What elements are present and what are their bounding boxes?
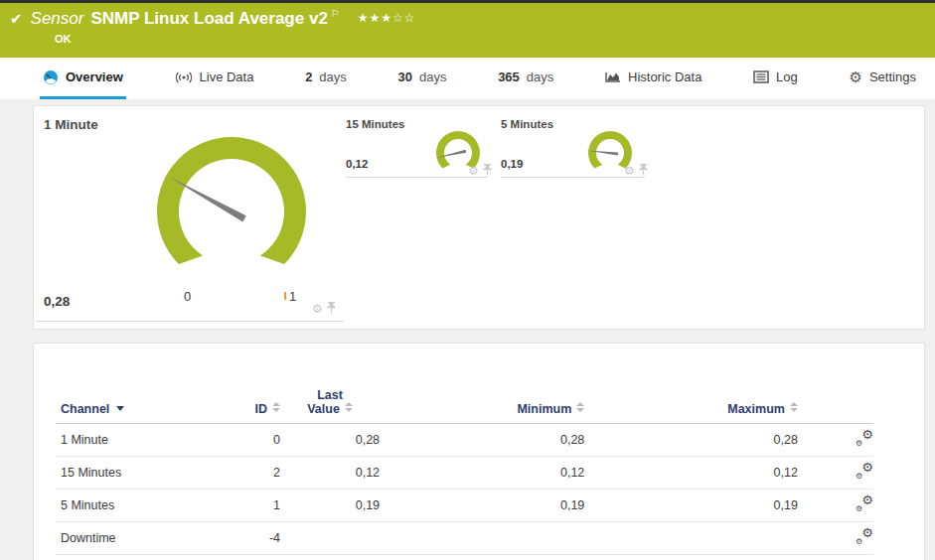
table-row: 1 Minute 0 0,28 0,28 0,28 ⚙⚙ [56,423,873,456]
gauge-gear-icon[interactable]: ⚙ [468,165,479,177]
channel-id: 2 [247,456,280,489]
gauge-scale-max: 1 [289,289,296,304]
channel-maximum [584,521,798,554]
channel-minimum [380,521,584,554]
stars-empty: ☆☆ [392,11,416,25]
sensor-status-header: ✔ Sensor SNMP Linux Load Average v2 ⚐ ★★… [0,3,935,58]
channel-settings-cell: ⚙⚙ [798,521,873,554]
channels-table: Channel ID LastValue Minimum Maximum 1 M… [56,373,873,555]
column-header-minimum[interactable]: Minimum [380,373,584,423]
stars-filled: ★★★ [358,11,392,25]
sensor-tab-bar: Overview Live Data 2 days 30 days 365 da… [0,58,935,99]
channel-name: 5 Minutes [56,489,247,521]
sort-icon [576,402,584,412]
tab-365-days[interactable]: 365 days [495,58,556,99]
sort-caret-icon [116,406,124,411]
pin-icon[interactable] [327,300,336,318]
flag-icon[interactable]: ⚐ [331,8,340,19]
tab-2-days[interactable]: 2 days [302,58,350,99]
tab-day-count: 365 [498,70,520,84]
tab-label: days [319,70,346,84]
channel-name: 15 Minutes [56,456,247,489]
gauge-corner-actions: ⚙ [312,300,336,318]
tab-label: Live Data [200,70,254,84]
gauge-title-1-minute: 1 Minute [44,117,98,132]
gauge-title-5-minutes: 5 Minutes [501,118,553,130]
channel-id: 1 [247,489,280,521]
channel-last-value: 0,19 [280,489,380,521]
gauge-value-15-minutes: 0,12 [346,158,368,170]
channel-maximum: 0,12 [584,456,798,489]
channel-last-value [280,521,380,554]
column-header-last-value[interactable]: LastValue [280,373,380,423]
channel-maximum: 0,19 [584,489,798,521]
gauge-gear-icon[interactable]: ⚙ [312,303,323,315]
priority-stars[interactable]: ★★★☆☆ [358,11,416,25]
tab-day-count: 2 [305,70,312,84]
column-header-maximum[interactable]: Maximum [584,373,798,423]
table-row: 5 Minutes 1 0,19 0,19 0,19 ⚙⚙ [56,489,873,521]
channel-settings-icon[interactable]: ⚙⚙ [856,529,873,544]
tab-30-days[interactable]: 30 days [395,58,450,99]
channel-settings-icon[interactable]: ⚙⚙ [856,431,873,446]
gauge-gear-icon[interactable]: ⚙ [624,165,635,177]
column-header-channel[interactable]: Channel [56,373,247,423]
divider [37,321,344,322]
column-header-id[interactable]: ID [247,373,280,423]
sort-icon [790,402,798,412]
tab-label: Overview [66,70,123,84]
channel-name: 1 Minute [56,423,247,456]
tab-label: Settings [869,70,916,84]
gauge-value-1-minute: 0,28 [44,294,70,309]
broadcast-icon [175,70,193,84]
gauge-limit-marker [284,292,286,300]
gear-icon: ⚙ [850,69,862,86]
channels-panel: Channel ID LastValue Minimum Maximum 1 M… [33,343,925,560]
gauges-panel: 1 Minute 0 1 0,28 ⚙ 15 Minutes 0,12 ⚙ 5 … [33,105,925,330]
channel-id: -4 [247,521,280,554]
channel-minimum: 0,19 [380,489,584,521]
tab-label: Historic Data [628,70,701,84]
tab-overview[interactable]: Overview [40,58,126,99]
channel-minimum: 0,28 [380,423,584,456]
channel-id: 0 [247,423,280,456]
channel-settings-icon[interactable]: ⚙⚙ [856,496,873,511]
channel-last-value: 0,12 [280,456,380,489]
gauge-1-minute [142,125,321,294]
table-row: 15 Minutes 2 0,12 0,12 0,12 ⚙⚙ [56,456,873,489]
channel-settings-cell: ⚙⚙ [798,456,873,489]
tab-label: Log [776,70,798,84]
log-icon [753,70,769,83]
channel-last-value: 0,28 [280,423,380,456]
divider [501,177,645,178]
channel-settings-icon[interactable]: ⚙⚙ [856,464,873,479]
tab-live-data[interactable]: Live Data [172,58,257,99]
divider [346,177,488,178]
tab-settings[interactable]: ⚙ Settings [847,58,919,99]
status-badge: OK [55,33,72,45]
gauge-scale-min: 0 [184,289,191,304]
channel-settings-cell: ⚙⚙ [798,489,873,521]
column-header-settings [798,373,873,423]
sensor-name: SNMP Linux Load Average v2 [90,9,327,29]
area-chart-icon [605,70,621,83]
channel-minimum: 0,12 [380,456,584,489]
tab-historic-data[interactable]: Historic Data [602,58,704,99]
gauge-icon [43,70,59,85]
sort-icon [272,402,280,412]
tab-label: days [419,70,446,84]
tab-log[interactable]: Log [750,58,801,99]
gauge-value-5-minutes: 0,19 [501,158,523,170]
tab-label: days [527,70,553,84]
tab-day-count: 30 [398,70,412,84]
object-kind-label: Sensor [31,9,84,29]
channel-settings-cell: ⚙⚙ [798,423,873,456]
sort-icon [345,402,353,412]
status-check-icon: ✔ [10,10,23,28]
table-row: Downtime -4 ⚙⚙ [56,521,873,554]
channel-name: Downtime [56,521,247,554]
gauge-title-15-minutes: 15 Minutes [346,118,404,130]
table-header-row: Channel ID LastValue Minimum Maximum [56,373,873,423]
channel-maximum: 0,28 [584,423,798,456]
